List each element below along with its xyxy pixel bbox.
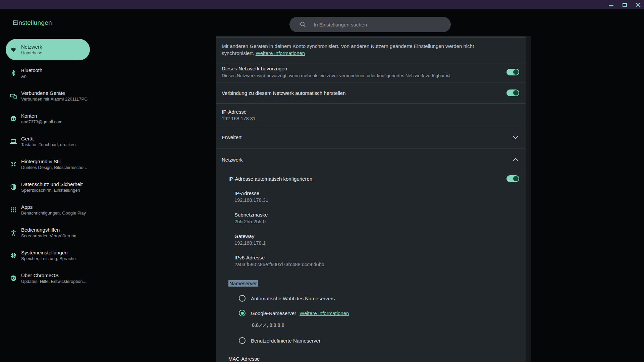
scrollbar-gutter[interactable] bbox=[526, 36, 531, 362]
chevron-up-icon bbox=[513, 158, 518, 161]
sidebar-item-sublabel: Sperrbildschirm, Einstellungen bbox=[21, 187, 83, 193]
sidebar-item-label: Netzwerk bbox=[21, 44, 42, 50]
detail-item: IP-Adresse 192.168.178.31 bbox=[234, 190, 526, 203]
page-title: Einstellungen bbox=[13, 9, 52, 36]
accessibility-icon bbox=[10, 229, 17, 236]
sidebar-item-apps[interactable]: Apps Benachrichtigungen, Google Play bbox=[0, 198, 91, 221]
radio-label: Benutzerdefinierte Nameserver bbox=[251, 338, 321, 344]
sidebar-item-bluetooth[interactable]: Bluetooth An bbox=[0, 62, 91, 84]
chromeos-settings-window: Einstellungen In Einstellungen suchen Ne… bbox=[0, 0, 644, 362]
sidebar-item-sublabel: Speicher, Leistung, Sprache bbox=[21, 256, 76, 261]
sidebar-item-netzwerk[interactable]: Netzwerk Homebase bbox=[6, 39, 90, 60]
auto-ip-label: IP-Adresse automatisch konfigurieren bbox=[228, 176, 312, 182]
sidebar-item-verbundene-geraete[interactable]: Verbundene Geräte Verbunden mit Xiaomi 2… bbox=[0, 84, 91, 107]
network-section-label: Netzwerk bbox=[222, 157, 243, 163]
mac-address-label: MAC-Adresse bbox=[228, 355, 526, 362]
prefer-network-label: Dieses Netzwerk bevorzugen bbox=[222, 65, 495, 72]
radio-selected-icon[interactable] bbox=[239, 310, 246, 316]
sidebar-item-systemeinstellungen[interactable]: Systemeinstellungen Speicher, Leistung, … bbox=[0, 244, 91, 267]
sidebar-item-sublabel: aod7373@gmail.com bbox=[21, 119, 62, 125]
window-titlebar bbox=[0, 0, 644, 9]
sidebar-item-label: Apps bbox=[21, 204, 86, 210]
gear-icon bbox=[10, 252, 17, 259]
chrome-logo-icon bbox=[10, 275, 17, 282]
nameserver-option-google[interactable]: Google-Nameserver Weitere Informationen bbox=[216, 306, 526, 320]
advanced-section-row[interactable]: Erweitert bbox=[216, 126, 526, 148]
sidebar-item-label: Konten bbox=[21, 113, 62, 119]
prefer-network-row[interactable]: Dieses Netzwerk bevorzugen Dieses Netzwe… bbox=[216, 62, 526, 82]
wifi-icon bbox=[10, 46, 17, 53]
search-input[interactable]: In Einstellungen suchen bbox=[289, 17, 451, 32]
close-icon bbox=[636, 2, 640, 7]
detail-item: IPv6-Adresse 2a03:f580:c86e:f600:d73b:48… bbox=[234, 254, 526, 268]
ip-address-row: IP-Adresse 192.168.178.31 bbox=[216, 104, 526, 126]
sidebar-item-sublabel: Tastatur, Touchpad, drucken bbox=[21, 142, 75, 147]
sidebar-item-hintergrund-stil[interactable]: Hintergrund & Stil Dunkles Design, Bilds… bbox=[0, 153, 91, 176]
sidebar-item-sublabel: Updates, Hilfe, Entwickleroption... bbox=[21, 279, 86, 284]
detail-value: 2a03:f580:c86e:f600:d73b:488:c4c9:d6bb bbox=[234, 261, 526, 268]
detail-value: 255.255.255.0 bbox=[234, 218, 526, 225]
close-button[interactable] bbox=[635, 2, 641, 7]
detail-item: Gateway 192.168.178.1 bbox=[234, 233, 526, 246]
sync-note: Mit anderen Geräten in deinem Konto sync… bbox=[216, 38, 526, 62]
network-detail-panel: Mit anderen Geräten in deinem Konto sync… bbox=[216, 36, 526, 362]
sidebar-item-sublabel: An bbox=[21, 73, 42, 79]
google-dns-value: 8.8.4.4, 8.8.8.8 bbox=[216, 320, 526, 333]
prefer-network-sublabel: Dieses Netzwerk wird bevorzugt, wenn meh… bbox=[222, 73, 495, 79]
prefer-network-toggle[interactable] bbox=[506, 69, 519, 75]
minimize-icon bbox=[609, 5, 613, 6]
sidebar-item-bedienungshilfen[interactable]: Bedienungshilfen Screenreader, Vergrößer… bbox=[0, 221, 91, 244]
account-icon bbox=[10, 115, 17, 122]
chevron-down-icon bbox=[513, 136, 518, 139]
sidebar-item-sublabel: Benachrichtigungen, Google Play bbox=[21, 210, 86, 216]
sync-learn-more-link[interactable]: Weitere Informationen bbox=[256, 50, 305, 56]
ip-address-label: IP-Adresse bbox=[222, 108, 520, 115]
mac-address-row: MAC-Adresse 20:0B:74:10:2C:C9 bbox=[216, 348, 526, 362]
sidebar-item-sublabel: Screenreader, Vergrößerung bbox=[21, 233, 76, 239]
sidebar-item-datenschutz[interactable]: Datenschutz und Sicherheit Sperrbildschi… bbox=[0, 176, 91, 198]
minimize-button[interactable] bbox=[608, 2, 614, 7]
sidebar-item-ueber-chromeos[interactable]: Über ChromeOS Updates, Hilfe, Entwickler… bbox=[0, 267, 91, 290]
nameserver-heading: Nameserver bbox=[216, 276, 526, 286]
ip-address-value: 192.168.178.31 bbox=[222, 115, 520, 122]
sidebar-item-sublabel: Verbunden mit Xiaomi 2201117PG bbox=[21, 96, 88, 102]
auto-ip-toggle[interactable] bbox=[506, 175, 519, 182]
network-section-row[interactable]: Netzwerk bbox=[216, 148, 526, 171]
search-icon bbox=[300, 21, 306, 28]
sidebar-item-sublabel: Homebase bbox=[21, 50, 42, 56]
sidebar-item-konten[interactable]: Konten aod7373@gmail.com bbox=[0, 107, 91, 130]
ip-details-list: IP-Adresse 192.168.178.31 Subnetzmaske 2… bbox=[216, 187, 526, 268]
sidebar-item-sublabel: Dunkles Design, Bildschirmscho... bbox=[21, 165, 87, 170]
detail-value: 192.168.178.1 bbox=[234, 240, 526, 246]
sidebar-item-label: Hintergrund & Stil bbox=[21, 158, 87, 165]
radio-unselected-icon[interactable] bbox=[239, 337, 246, 344]
restore-button[interactable] bbox=[622, 2, 627, 7]
apps-grid-icon bbox=[10, 206, 17, 214]
sidebar-item-geraet[interactable]: Gerät Tastatur, Touchpad, drucken bbox=[0, 130, 91, 153]
detail-label: Gateway bbox=[234, 233, 526, 240]
sidebar-item-label: Verbundene Geräte bbox=[21, 90, 88, 96]
radio-unselected-icon[interactable] bbox=[239, 295, 246, 302]
autoconnect-label: Verbindung zu diesem Netzwerk automatisc… bbox=[222, 90, 345, 96]
detail-label: IPv6-Adresse bbox=[234, 254, 526, 261]
sidebar-item-label: Bluetooth bbox=[21, 67, 42, 73]
advanced-label: Erweitert bbox=[222, 134, 241, 140]
nameserver-option-custom[interactable]: Benutzerdefinierte Nameserver bbox=[216, 333, 526, 348]
nameserver-learn-more-link[interactable]: Weitere Informationen bbox=[300, 310, 349, 316]
nameserver-heading-text: Nameserver bbox=[228, 280, 258, 287]
detail-value: 192.168.178.31 bbox=[234, 197, 526, 203]
personalization-icon bbox=[10, 161, 17, 168]
devices-icon bbox=[10, 92, 17, 100]
sidebar-item-label: Gerät bbox=[21, 135, 75, 142]
nameserver-option-automatic[interactable]: Automatische Wahl des Nameservers bbox=[216, 291, 526, 306]
autoconnect-row[interactable]: Verbindung zu diesem Netzwerk automatisc… bbox=[216, 82, 526, 103]
window-controls bbox=[608, 0, 641, 9]
autoconnect-toggle[interactable] bbox=[506, 89, 519, 96]
search-placeholder: In Einstellungen suchen bbox=[314, 22, 367, 27]
sidebar-item-label: Datenschutz und Sicherheit bbox=[21, 181, 83, 187]
laptop-icon bbox=[10, 138, 17, 145]
detail-item: Subnetzmaske 255.255.255.0 bbox=[234, 212, 526, 225]
shield-icon bbox=[10, 183, 17, 191]
auto-ip-row[interactable]: IP-Adresse automatisch konfigurieren bbox=[216, 171, 526, 187]
sidebar-item-label: Bedienungshilfen bbox=[21, 227, 76, 233]
